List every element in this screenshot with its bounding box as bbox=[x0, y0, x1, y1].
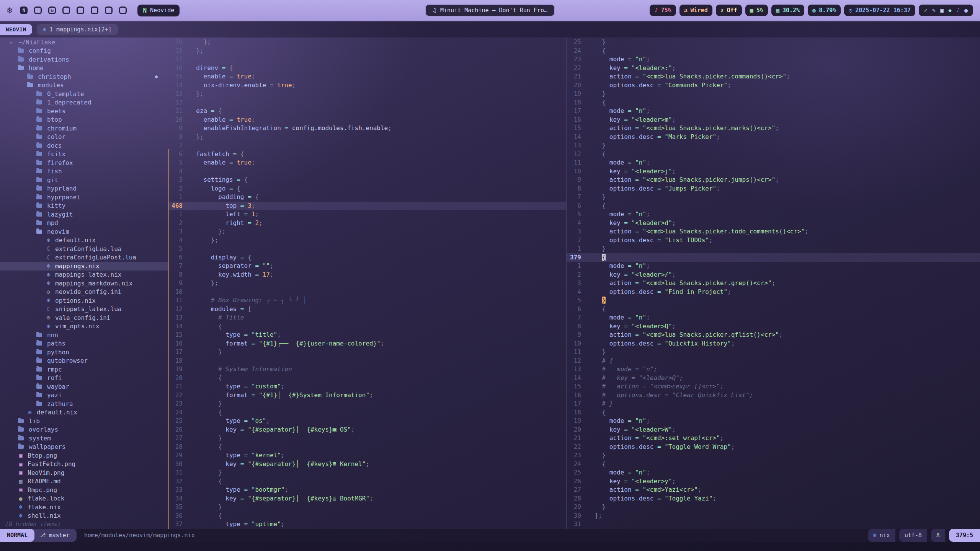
tree-item[interactable]: ▣Btop.png bbox=[0, 451, 168, 460]
tree-item[interactable]: ❄mappings_latex.nix bbox=[0, 271, 168, 279]
nixos-logo-icon[interactable]: ❄ bbox=[7, 5, 12, 16]
code-line[interactable]: 14 options.desc = "Marks Picker"; bbox=[567, 133, 980, 142]
workspace-7[interactable] bbox=[105, 7, 113, 14]
tree-item[interactable]: btop bbox=[0, 116, 168, 124]
code-line[interactable]: 9 }; bbox=[168, 279, 566, 288]
code-line[interactable]: 1 left = 1; bbox=[168, 210, 566, 219]
tree-item[interactable]: home bbox=[0, 64, 168, 73]
workspace-1[interactable]: N bbox=[20, 7, 28, 14]
code-line[interactable]: 2 logo = { bbox=[168, 184, 566, 193]
code-line[interactable]: 5 enable = true; bbox=[168, 158, 566, 167]
code-line[interactable]: 33 type = "bootmgr"; bbox=[168, 486, 566, 494]
network-module[interactable]: ⇄Wired bbox=[679, 5, 712, 16]
code-line[interactable]: 6 { bbox=[567, 305, 980, 314]
code-line[interactable]: 18 }; bbox=[168, 47, 566, 55]
tree-item[interactable]: 0_template bbox=[0, 90, 168, 98]
code-line[interactable]: 16 direnv = { bbox=[168, 64, 566, 73]
code-line[interactable]: 21 action = "<cmd>:set wrap!<cr>"; bbox=[567, 434, 980, 443]
disk-module[interactable]: ◍8.79% bbox=[808, 5, 841, 16]
code-line[interactable]: 25 } bbox=[567, 38, 980, 47]
tree-item[interactable]: waybar bbox=[0, 382, 168, 391]
tree-item[interactable]: derivations bbox=[0, 55, 168, 64]
code-line[interactable]: 5 bbox=[168, 245, 566, 253]
code-line[interactable]: 23 } bbox=[567, 451, 980, 460]
code-line[interactable]: 379 { bbox=[567, 253, 980, 262]
tree-item[interactable]: ☾extraConfigLua.lua bbox=[0, 245, 168, 253]
tree-item[interactable]: ⚙neovide_config.ini bbox=[0, 288, 168, 297]
tree-item[interactable]: ❄vim_opts.nix bbox=[0, 322, 168, 331]
tree-item[interactable]: ❄mappings_markdown.nix bbox=[0, 279, 168, 288]
code-line[interactable]: 9 enableFishIntegration = config.modules… bbox=[168, 124, 566, 133]
tree-item[interactable]: ❄flake.nix bbox=[0, 503, 168, 512]
gem-icon[interactable]: ◆ bbox=[948, 7, 952, 14]
code-line[interactable]: 31 bbox=[567, 520, 980, 529]
code-line[interactable]: 27 action = "<cmd>Yazi<cr>"; bbox=[567, 486, 980, 494]
code-line[interactable]: 36 { bbox=[168, 512, 566, 520]
code-line[interactable]: 4 bbox=[168, 167, 566, 176]
tree-item[interactable]: docs bbox=[0, 141, 168, 150]
code-line[interactable]: 11 # Box Drawing: ╭ ─ ╮ ╰ ╯ │ bbox=[168, 296, 566, 305]
tree-item[interactable]: ☾extraConfigLuaPost.lua bbox=[0, 253, 168, 262]
tree-item[interactable]: ❄shell.nix bbox=[0, 512, 168, 520]
code-line[interactable]: 23 mode = "n"; bbox=[567, 55, 980, 64]
code-line[interactable]: 10 enable = true; bbox=[168, 116, 566, 124]
tree-item[interactable]: git bbox=[0, 176, 168, 184]
tree-item[interactable]: paths bbox=[0, 339, 168, 348]
tree-item[interactable]: ⚙vale_config.ini bbox=[0, 313, 168, 322]
tree-item[interactable]: ❄default.nix bbox=[0, 236, 168, 245]
code-line[interactable]: 14 # key = "<leader>Q"; bbox=[567, 374, 980, 383]
tree-item[interactable]: christoph● bbox=[0, 72, 168, 81]
code-line[interactable]: 15 type = "title"; bbox=[168, 331, 566, 339]
code-line[interactable]: 2 right = 2; bbox=[168, 219, 566, 228]
code-line[interactable]: 21 action = "<cmd>lua Snacks.picker.comm… bbox=[567, 72, 980, 81]
code-line[interactable]: 6 display = { bbox=[168, 253, 566, 262]
tree-item[interactable]: ❄options.nix bbox=[0, 296, 168, 305]
code-line[interactable]: 3 action = "<cmd>lua Snacks.picker.grep(… bbox=[567, 279, 980, 288]
tree-item[interactable]: hyprpanel bbox=[0, 193, 168, 202]
code-line[interactable]: 13 # Title bbox=[168, 313, 566, 322]
code-line[interactable]: 25 type = "os"; bbox=[168, 417, 566, 425]
tab-mappings-nix[interactable]: ❄ 1 mappings.nix[2+] bbox=[37, 24, 118, 35]
tree-item[interactable]: 1_deprecated bbox=[0, 98, 168, 107]
code-line[interactable]: 22 format = "{#1}│ {#}System Information… bbox=[168, 391, 566, 400]
window-icon[interactable]: ▣ bbox=[940, 7, 944, 14]
tree-item[interactable]: beets bbox=[0, 107, 168, 116]
code-line[interactable]: 4 }; bbox=[168, 236, 566, 245]
tree-item[interactable]: yazi bbox=[0, 391, 168, 400]
code-line[interactable]: 22 options.desc = "Toggle Word Wrap"; bbox=[567, 443, 980, 452]
code-line[interactable]: 30 ]; bbox=[567, 512, 980, 520]
tree-item[interactable]: config bbox=[0, 47, 168, 55]
code-line[interactable]: 24 { bbox=[567, 460, 980, 469]
code-line[interactable]: 3 action = "<cmd>lua Snacks.picker.todo_… bbox=[567, 227, 980, 236]
workspace-8[interactable] bbox=[119, 7, 127, 14]
code-line[interactable]: 17 } bbox=[168, 348, 566, 357]
code-line[interactable]: 17 # } bbox=[567, 399, 980, 408]
code-line[interactable]: 35 } bbox=[168, 503, 566, 512]
code-line[interactable]: 30 key = "{#separator}│ {#keys}≣ Kernel"… bbox=[168, 460, 566, 469]
tree-item[interactable]: qutebrowser bbox=[0, 357, 168, 365]
code-line[interactable]: 12 bbox=[168, 98, 566, 107]
code-line[interactable]: 32 { bbox=[168, 477, 566, 486]
code-line[interactable]: 1 mode = "n"; bbox=[567, 262, 980, 271]
code-line[interactable]: 37 type = "uptime"; bbox=[168, 520, 566, 529]
code-line[interactable]: 1 padding = { bbox=[168, 193, 566, 202]
tree-item[interactable]: system bbox=[0, 434, 168, 443]
code-line[interactable]: 9 action = "<cmd>lua Snacks.picker.qflis… bbox=[567, 331, 980, 339]
code-line[interactable]: 2 options.desc = "List TODOs"; bbox=[567, 236, 980, 245]
code-line[interactable]: 22 key = "<leader>:"; bbox=[567, 64, 980, 73]
tree-item[interactable]: ❄default.nix bbox=[0, 408, 168, 417]
code-line[interactable]: 18 { bbox=[567, 98, 980, 107]
code-line[interactable]: 21 type = "custom"; bbox=[168, 382, 566, 391]
tree-item[interactable]: ▸~/NixFlake bbox=[0, 38, 168, 47]
code-line[interactable]: 13 }; bbox=[168, 90, 566, 98]
code-line[interactable]: 12 # { bbox=[567, 357, 980, 365]
code-line[interactable]: 468 top = 3; bbox=[168, 202, 566, 210]
code-line[interactable]: 12 modules = [ bbox=[168, 305, 566, 314]
code-line[interactable]: 16 key = "<leader>m"; bbox=[567, 116, 980, 124]
code-line[interactable]: 31 } bbox=[168, 468, 566, 477]
code-line[interactable]: 1 } bbox=[567, 245, 980, 253]
code-line[interactable]: 3 settings = { bbox=[168, 176, 566, 184]
tree-item[interactable]: python bbox=[0, 348, 168, 357]
code-line[interactable]: 12 { bbox=[567, 150, 980, 159]
tree-item[interactable]: mpd bbox=[0, 219, 168, 228]
